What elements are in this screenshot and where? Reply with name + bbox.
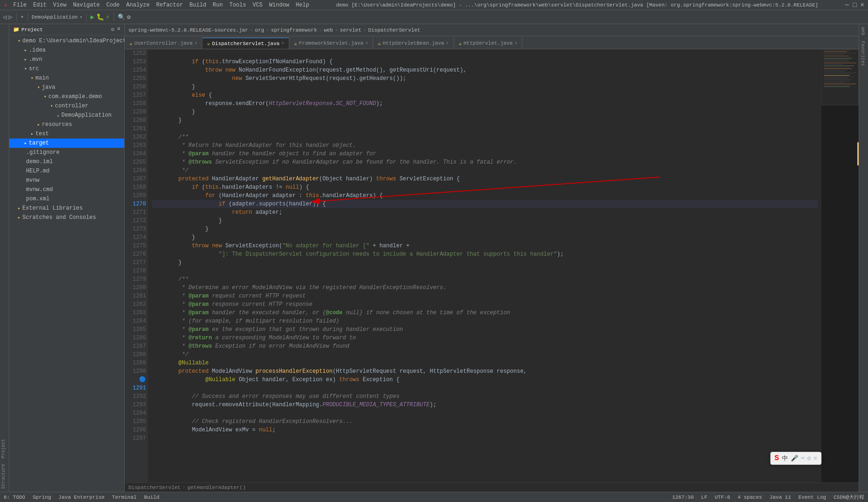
tree-item-mvn[interactable]: ▸ .mvn (9, 55, 124, 64)
tree-item-test[interactable]: ▸ test (9, 129, 124, 139)
tab-httpservlet[interactable]: ☕ HttpServlet.java × (454, 38, 522, 49)
tree-item-scratches[interactable]: ▸ Scratches and Consoles (9, 213, 124, 222)
demo-label: demo E:\Users\admin\IdeaProjects\demo (22, 38, 124, 44)
ime-chinese[interactable]: 中 (782, 454, 788, 462)
target-folder-icon: ▸ (24, 140, 27, 146)
menu-analyze[interactable]: Analyze (126, 2, 149, 8)
toolbar-sep-1 (16, 13, 17, 21)
tree-item-mvnw[interactable]: mvnw (9, 176, 124, 185)
web-label[interactable]: Web (859, 24, 868, 38)
tree-item-help[interactable]: HELP.md (9, 166, 124, 176)
status-lf[interactable]: LF (701, 495, 707, 500)
ime-settings[interactable]: ⚙ (807, 455, 811, 462)
nav-sources-jar[interactable]: spring-webmvc-5.2.8.RELEASE-sources.jar (128, 27, 248, 33)
toolbar-forward-btn[interactable]: ▷ (8, 13, 12, 21)
run-with-coverage-btn[interactable]: ⚡ (106, 13, 110, 21)
tab-icon-httpservlet: ☕ (459, 40, 462, 46)
status-java-enterprise[interactable]: Java Enterprise (59, 495, 105, 500)
scratches-icon: ▸ (18, 215, 20, 220)
status-event-log[interactable]: Event Log (799, 495, 826, 500)
tab-close-frameworkservlet[interactable]: × (365, 41, 368, 46)
tab-close-usercontroller[interactable]: × (194, 41, 197, 46)
ime-mic[interactable]: 🎤 (791, 455, 798, 462)
status-terminal[interactable]: Terminal (112, 495, 137, 500)
status-csdn[interactable]: CSDN@大行程 (834, 494, 864, 501)
tab-httpservletbean[interactable]: ☕ HttpServletBean.java × (373, 38, 454, 49)
tree-item-resources[interactable]: ▸ resources (9, 120, 124, 129)
menu-bar: File Edit View Navigate Code Analyze Ref… (13, 2, 309, 8)
run-config-dropdown[interactable]: ▾ (80, 14, 82, 20)
menu-tools[interactable]: Tools (229, 2, 246, 8)
tree-item-demo[interactable]: ▾ demo E:\Users\admin\IdeaProjects\demo (9, 36, 124, 46)
nav-sep-4: › (335, 27, 338, 33)
code-line-1259: } (152, 108, 818, 116)
tab-dispatcherservlet[interactable]: ☕ DispatcherServlet.java × (202, 38, 289, 49)
status-build[interactable]: Build (144, 495, 160, 500)
debug-btn[interactable]: 🐛 (96, 13, 104, 21)
tree-item-gitignore[interactable]: .gitignore (9, 148, 124, 157)
src-label: src (29, 66, 39, 72)
status-spring[interactable]: Spring (33, 495, 51, 500)
status-todo[interactable]: 6: TODO (4, 495, 25, 500)
toolbar-recent-files[interactable]: ▾ (20, 13, 24, 20)
menu-navigate[interactable]: Navigate (73, 2, 100, 8)
status-line-col[interactable]: 1267:30 (672, 495, 694, 500)
favorites-label[interactable]: Favorites (859, 38, 868, 69)
tree-item-main[interactable]: ▾ main (9, 73, 124, 83)
tab-close-httpservlet[interactable]: × (514, 41, 517, 46)
search-everywhere-btn[interactable]: 🔍 (118, 13, 125, 21)
tree-item-idea[interactable]: ▸ .idea (9, 46, 124, 55)
breadcrumb-method[interactable]: getHandlerAdapter() (187, 485, 246, 490)
tab-usercontroller[interactable]: ☕ UserController.java × (125, 38, 202, 49)
menu-vcs[interactable]: VCS (253, 2, 263, 8)
tree-item-demo-app[interactable]: ☕ DemoApplication (9, 111, 124, 120)
code-content[interactable]: if (this.throwExceptionIfNoHandlerFound)… (148, 49, 821, 482)
tab-close-dispatcherservlet[interactable]: × (281, 41, 284, 46)
menu-edit[interactable]: Edit (33, 2, 47, 8)
nav-sep-5: › (363, 27, 367, 33)
code-line-1276: "]: The DispatcherServlet configuration … (152, 250, 818, 258)
menu-file[interactable]: File (13, 2, 27, 8)
menu-code[interactable]: Code (106, 2, 120, 8)
breadcrumb-dispatcherservlet[interactable]: DispatcherServlet (128, 485, 180, 490)
help-label: HELP.md (26, 168, 49, 174)
status-java-version[interactable]: Java 11 (769, 495, 791, 500)
panel-settings-icon[interactable]: ⚙ (111, 26, 114, 33)
tab-close-httpservletbean[interactable]: × (446, 41, 449, 46)
minimize-button[interactable]: ─ (845, 1, 849, 9)
tree-item-demo-iml[interactable]: demo.iml (9, 157, 124, 166)
nav-servlet[interactable]: servlet (340, 27, 361, 33)
tab-frameworkservlet[interactable]: ☕ FrameworkServlet.java × (289, 38, 373, 49)
tree-item-com[interactable]: ▾ com.example.demo (9, 92, 124, 101)
status-indent[interactable]: 4 spaces (738, 495, 762, 500)
tree-item-mvnw-cmd[interactable]: mvnw.cmd (9, 185, 124, 194)
tree-item-external-libs[interactable]: ▸ External Libraries (9, 204, 124, 213)
maximize-button[interactable]: □ (853, 1, 856, 9)
tree-item-pom[interactable]: pom.xml (9, 194, 124, 204)
menu-window[interactable]: Window (269, 2, 289, 8)
structure-label[interactable]: Structure (0, 461, 9, 492)
ime-keyboard[interactable]: ⌨ (801, 455, 805, 462)
nav-org[interactable]: org (255, 27, 264, 33)
code-line-1267: protected HandlerAdapter getHandlerAdapt… (152, 175, 818, 183)
ime-more[interactable]: ≡ (814, 455, 817, 462)
nav-web[interactable]: web (324, 27, 333, 33)
toolbar-back-btn[interactable]: ◁ (3, 13, 7, 21)
menu-view[interactable]: View (53, 2, 67, 8)
project-label[interactable]: Project (0, 436, 9, 461)
menu-refactor[interactable]: Refactor (156, 2, 183, 8)
tree-item-controller[interactable]: ▾ controller (9, 101, 124, 111)
menu-build[interactable]: Build (189, 2, 206, 8)
menu-help[interactable]: Help (296, 2, 309, 8)
run-btn[interactable]: ▶ (90, 13, 94, 21)
tree-item-target[interactable]: ▸ target (9, 139, 124, 148)
nav-dispatcherservlet[interactable]: DispatcherServlet (368, 27, 420, 33)
tree-item-src[interactable]: ▾ src (9, 64, 124, 73)
settings-btn[interactable]: ⚙ (127, 13, 131, 21)
status-encoding[interactable]: UTF-8 (715, 495, 730, 500)
tree-item-java[interactable]: ▾ java (9, 83, 124, 92)
menu-run[interactable]: Run (213, 2, 223, 8)
panel-close-icon[interactable]: × (117, 26, 120, 33)
nav-springframework[interactable]: springframework (271, 27, 317, 33)
close-button[interactable]: × (861, 1, 864, 9)
